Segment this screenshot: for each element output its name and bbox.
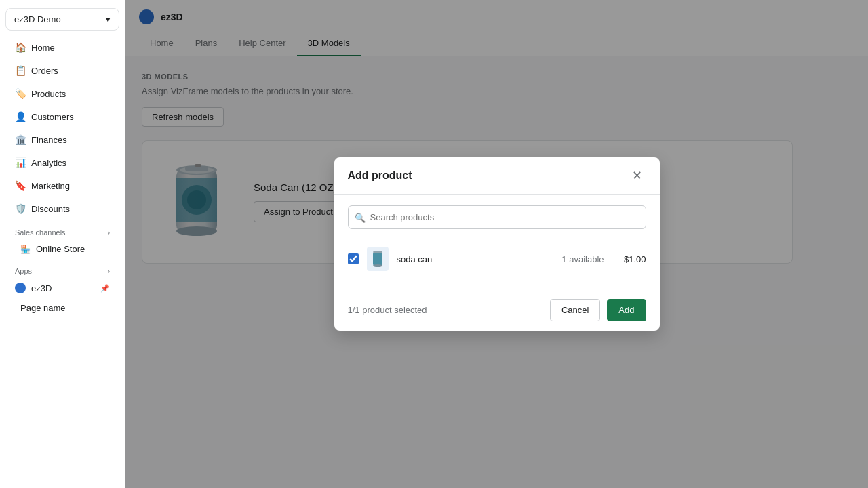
product-price: $1.00 [612, 254, 646, 264]
sidebar-item-finances[interactable]: 🏛️ Finances [5, 129, 119, 150]
app-name-label: ez3D [31, 283, 52, 293]
svg-point-11 [373, 251, 382, 253]
sidebar-item-label: Orders [31, 66, 58, 76]
orders-icon: 📋 [15, 65, 26, 76]
search-icon: 🔍 [355, 212, 366, 222]
footer-actions: Cancel Add [550, 299, 646, 321]
sidebar-item-home[interactable]: 🏠 Home [5, 37, 119, 58]
marketing-icon: 🔖 [15, 180, 26, 191]
sidebar-item-label: Analytics [31, 158, 66, 168]
modal-body: 🔍 soda can [334, 195, 660, 289]
add-button[interactable]: Add [607, 299, 646, 321]
page-name-label: Page name [20, 303, 66, 313]
sidebar-item-label: Finances [31, 135, 67, 145]
modal-footer: 1/1 product selected Cancel Add [334, 289, 660, 331]
app-dot-icon [15, 283, 26, 293]
sidebar-item-analytics[interactable]: 📊 Analytics [5, 152, 119, 174]
add-product-modal: Add product ✕ 🔍 [334, 157, 660, 331]
sidebar-item-marketing[interactable]: 🔖 Marketing [5, 175, 119, 197]
product-name: soda can [397, 254, 542, 264]
svg-rect-10 [373, 252, 382, 266]
sidebar-item-online-store[interactable]: 🏪 Online Store [5, 240, 119, 258]
sidebar-item-customers[interactable]: 👤 Customers [5, 106, 119, 127]
store-name: ez3D Demo [14, 14, 61, 24]
products-icon: 🏷️ [15, 88, 26, 99]
apps-section: Apps › [5, 259, 119, 278]
chevron-down-icon: ▾ [106, 14, 111, 24]
product-checkbox[interactable] [348, 253, 359, 264]
modal-overlay: Add product ✕ 🔍 [125, 0, 868, 488]
main-content: ez3D Home Plans Help Center 3D Models 3D… [125, 0, 868, 488]
discounts-icon: 🛡️ [15, 203, 26, 214]
sidebar-item-discounts[interactable]: 🛡️ Discounts [5, 198, 119, 220]
sidebar-item-label: Products [31, 89, 66, 99]
sidebar-item-ez3d[interactable]: ez3D 📌 [5, 279, 119, 298]
chevron-right-icon: › [108, 229, 110, 237]
chevron-right-icon: › [108, 268, 110, 275]
modal-title: Add product [348, 169, 412, 182]
customers-icon: 👤 [15, 111, 26, 122]
search-input[interactable] [348, 205, 646, 229]
svg-point-12 [373, 264, 382, 267]
sidebar-item-label: Online Store [36, 244, 85, 254]
product-thumbnail [367, 247, 389, 271]
pin-icon: 📌 [100, 284, 110, 293]
sidebar-item-products[interactable]: 🏷️ Products [5, 83, 119, 104]
selection-count: 1/1 product selected [348, 305, 427, 315]
store-selector[interactable]: ez3D Demo ▾ [5, 8, 119, 30]
sales-channels-section: Sales channels › [5, 220, 119, 239]
finances-icon: 🏛️ [15, 134, 26, 145]
modal-header: Add product ✕ [334, 157, 660, 195]
store-icon: 🏪 [20, 245, 31, 254]
sidebar-item-label: Home [31, 43, 55, 53]
cancel-button[interactable]: Cancel [550, 299, 600, 321]
sidebar-item-label: Customers [31, 112, 74, 122]
sidebar: ez3D Demo ▾ 🏠 Home 📋 Orders 🏷️ Products … [0, 0, 125, 488]
sidebar-item-orders[interactable]: 📋 Orders [5, 60, 119, 81]
sidebar-item-page-name[interactable]: Page name [5, 299, 119, 317]
sidebar-item-label: Marketing [31, 181, 70, 191]
search-wrapper: 🔍 [348, 205, 646, 229]
home-icon: 🏠 [15, 42, 26, 53]
analytics-icon: 📊 [15, 157, 26, 168]
product-list: soda can 1 available $1.00 [348, 240, 646, 278]
modal-close-button[interactable]: ✕ [628, 168, 646, 183]
product-availability: 1 available [550, 254, 604, 264]
sidebar-item-label: Discounts [31, 204, 70, 214]
table-row: soda can 1 available $1.00 [348, 240, 646, 278]
